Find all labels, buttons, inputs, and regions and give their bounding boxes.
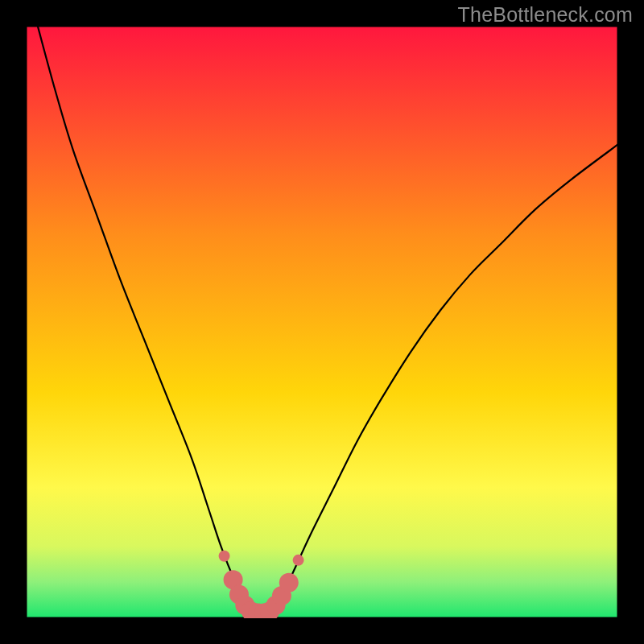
plot-area <box>26 26 618 618</box>
highlight-dot <box>219 551 230 562</box>
chart-frame: TheBottleneck.com <box>0 0 644 644</box>
highlight-dot <box>279 573 299 592</box>
watermark-label: TheBottleneck.com <box>458 3 633 27</box>
chart-svg <box>26 26 618 618</box>
highlight-dot <box>293 555 304 566</box>
gradient-background <box>27 27 618 618</box>
